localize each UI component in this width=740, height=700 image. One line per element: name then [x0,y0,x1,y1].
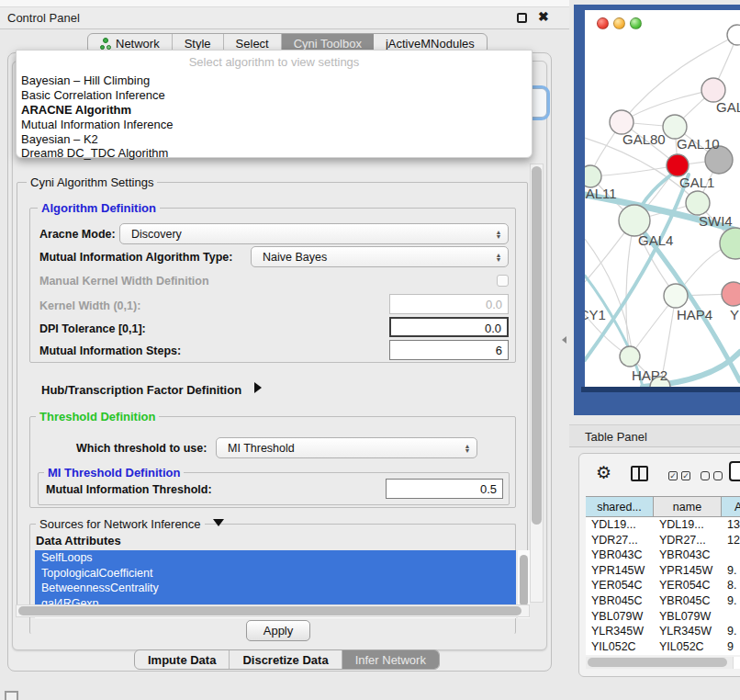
which-threshold-value: MI Threshold [217,442,462,455]
mi-type-value: Naive Bayes [252,251,493,264]
aracne-mode-select[interactable]: Discovery ▲▼ [119,223,509,244]
table-row[interactable]: YER054CYER054C8. [586,578,740,593]
node-label: GAL1 [679,175,714,190]
gear-icon[interactable]: ⚙ [596,464,611,481]
dropdown-item[interactable]: Basic Correlation Inference [21,88,165,102]
network-canvas[interactable]: GAL GAL80 GAL10 GAL1 GAL11 SWI4 GAL4 GCY… [585,10,740,387]
table-row[interactable]: YIL052CYIL052C9 [586,639,740,655]
float-icon[interactable] [517,13,527,23]
group-title: Cyni Algorithm Settings [27,175,157,189]
tab-label: Select [236,37,269,51]
sources-group: Sources for Network Inference Data Attri… [29,524,516,634]
settings-vertical-scrollbar[interactable] [530,164,544,603]
node-label: HAP2 [632,367,667,383]
apply-button[interactable]: Apply [246,620,310,641]
mi-threshold-field[interactable]: 0.5 [386,479,503,499]
manual-kernel-checkbox[interactable] [497,275,509,287]
screen: Control Panel ✖ Network Style Select Cyn… [0,0,740,700]
settings-viewport: Cyni Algorithm Settings Algorithm Defini… [14,162,544,617]
checkbox-checked-icon[interactable]: ✓ [681,471,690,480]
checkbox-unchecked-icon[interactable] [701,471,710,480]
column-header-partial[interactable]: A [722,497,740,517]
mi-steps-field[interactable]: 6 [389,340,509,360]
table-horizontal-scrollbar[interactable] [586,657,733,669]
panel-divider-collapse-icon[interactable] [562,336,566,344]
tab-discretize-data[interactable]: Discretize Data [230,650,342,669]
cyni-bottom-tabs: Impute Data Discretize Data Infer Networ… [134,649,440,670]
table-row[interactable]: YBR045CYBR045C9. [586,593,740,609]
tab-impute-data[interactable]: Impute Data [135,650,230,669]
table-row[interactable]: YBR043CYBR043C [586,548,740,563]
aracne-mode-label: Aracne Mode: [39,228,116,241]
algorithm-dropdown-popup: Select algorithm to view settings Bayesi… [16,50,533,158]
close-icon[interactable]: ✖ [538,9,549,24]
group-title: Algorithm Definition [38,201,160,215]
panel-title: Control Panel [7,11,80,25]
network-graph: GAL GAL80 GAL10 GAL1 GAL11 SWI4 GAL4 GCY… [585,10,740,387]
mi-type-label: Mutual Information Algorithm Type: [39,251,232,264]
network-view-window[interactable]: GAL GAL80 GAL10 GAL1 GAL11 SWI4 GAL4 GCY… [574,5,740,415]
docked-panel-icon[interactable] [5,691,18,700]
cyni-algorithm-settings-group: Cyni Algorithm Settings Algorithm Defini… [17,182,528,606]
attribute-item-selected[interactable]: BetweennessCentrality [35,581,516,596]
mi-steps-label: Mutual Information Steps: [39,344,181,357]
table-row[interactable]: YDL19...YDL19...13 [586,517,740,533]
window-minimize-icon[interactable] [613,17,625,29]
scrollbar-corner [733,657,740,669]
chevron-down-icon[interactable] [213,519,224,526]
kernel-width-field: 0.0 [389,294,509,314]
table-row[interactable]: YDR27...YDR27...12 [586,533,740,548]
spinner-icon: ▲▼ [493,230,508,239]
table-row[interactable]: YPR145WYPR145W9. [586,563,740,579]
table-function-icon[interactable] [729,461,740,481]
node-label: GAL10 [677,136,720,152]
mi-threshold-definition-group: MI Threshold Definition Mutual Informati… [38,472,510,505]
algorithm-definition-group: Algorithm Definition Aracne Mode: Discov… [29,208,516,363]
node-label: HAP4 [677,307,712,322]
manual-kernel-label: Manual Kernel Width Definition [39,275,209,288]
attribute-item-selected[interactable]: TopologicalCoefficient [35,566,516,581]
kernel-width-label: Kernel Width (0,1): [39,299,140,312]
column-header-shared-name[interactable]: shared... [586,497,654,517]
group-title: Sources for Network Inference [36,517,205,531]
table-row[interactable]: YBL079WYBL079W [586,609,740,625]
column-header-name[interactable]: name [654,497,722,517]
dropdown-item[interactable]: Mutual Information Inference [21,118,173,131]
tab-label: Network [116,37,160,51]
control-panel-titlebar: Control Panel ✖ [0,7,569,29]
table-body: YDL19...YDL19...13 YDR27...YDR27...12 YB… [586,517,740,655]
tab-label: Discretize Data [242,653,328,667]
attribute-item-selected[interactable]: SelfLoops [35,550,516,566]
dpi-tolerance-label: DPI Tolerance [0,1]: [39,322,146,335]
table-row[interactable]: YLR345WYLR345W9. [586,624,740,639]
data-attributes-label: Data Attributes [36,534,121,548]
window-close-icon[interactable] [597,17,609,29]
dropdown-placeholder: Select algorithm to view settings [17,55,532,69]
checkbox-unchecked-icon[interactable] [713,471,723,480]
tab-label: Cyni Toolbox [294,37,362,51]
settings-horizontal-scrollbar[interactable] [16,604,530,617]
aracne-mode-value: Discovery [120,228,493,241]
app-top-strip [0,0,569,7]
chevron-right-icon[interactable] [254,382,262,393]
node-label: GCY1 [585,307,606,322]
table-panel-title: Table Panel [585,430,647,444]
which-threshold-select[interactable]: MI Threshold ▲▼ [216,437,477,458]
tab-label: Impute Data [148,653,216,667]
table-toolbar: ⚙ ✓ ✓ [579,454,740,494]
table-header-row: shared... name A [586,496,740,517]
checkbox-checked-icon[interactable]: ✓ [668,471,678,480]
dropdown-item-selected[interactable]: ARACNE Algorithm [21,103,131,117]
node-label: GAL11 [585,186,617,201]
hub-definition-label[interactable]: Hub/Transcription Factor Definition [41,383,241,397]
dropdown-item[interactable]: Bayesian – Hill Climbing [21,73,150,87]
threshold-definition-group: Threshold Definition Which threshold to … [29,416,516,508]
window-zoom-icon[interactable] [630,17,642,29]
tab-label: Infer Network [355,653,426,667]
dropdown-item[interactable]: Dream8 DC_TDC Algorithm [21,146,168,160]
mi-algorithm-type-select[interactable]: Naive Bayes ▲▼ [251,246,509,267]
dpi-tolerance-field[interactable]: 0.0 [389,317,509,337]
tab-infer-network[interactable]: Infer Network [342,650,439,669]
dropdown-item[interactable]: Bayesian – K2 [21,132,98,146]
split-view-icon[interactable] [631,466,648,481]
